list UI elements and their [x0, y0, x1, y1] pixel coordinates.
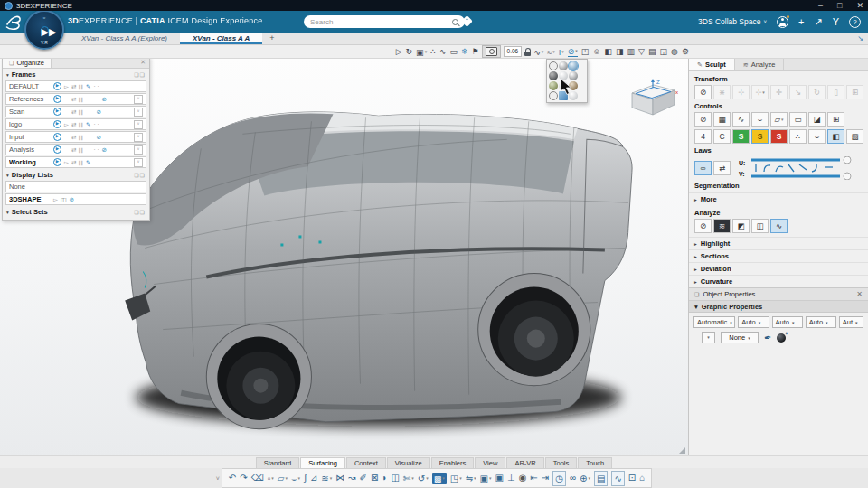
section-sections[interactable]: ▸ Sections — [689, 249, 868, 262]
ribbon-tab-view[interactable]: View — [475, 457, 505, 468]
graphic-dropdown[interactable]: Automatic — [693, 316, 735, 328]
freeform-icon[interactable]: ✐ — [360, 473, 367, 483]
pick-filter-icon[interactable]: ⚑ — [471, 47, 478, 56]
ribbon-tab-touch[interactable]: Touch — [578, 457, 612, 468]
frame-option-box[interactable] — [134, 108, 143, 117]
trap-select-icon[interactable]: ▭ — [449, 47, 458, 56]
frame-row[interactable]: Working — [5, 156, 146, 168]
mesh-check-icon[interactable]: ◫ — [751, 219, 769, 233]
axis-move-icon[interactable]: ⊹ — [732, 85, 750, 99]
plane-icon[interactable]: ▱ — [278, 473, 288, 484]
snapshot-camera-icon[interactable]: ◉ — [519, 473, 527, 483]
cursor-icon[interactable] — [64, 121, 69, 128]
resize-handle[interactable] — [679, 447, 685, 454]
minimize-button[interactable]: – — [818, 1, 823, 10]
style-olive-icon[interactable] — [549, 81, 558, 90]
first-frame-icon[interactable]: ⇤ — [530, 473, 537, 483]
frame-option-box[interactable] — [134, 95, 143, 104]
columns-icon[interactable] — [78, 134, 83, 141]
curve-snap-icon[interactable]: ∿ — [439, 47, 447, 56]
new-tab-button[interactable]: + — [262, 33, 281, 44]
point-snap-icon[interactable]: ∴ — [430, 47, 436, 56]
play-icon[interactable] — [53, 95, 61, 103]
help-button[interactable]: ? — [849, 16, 861, 28]
redo-icon[interactable]: ↷ — [240, 473, 247, 483]
play-icon[interactable] — [53, 120, 61, 128]
red-state-icon[interactable]: S — [770, 129, 788, 144]
pencil-icon[interactable] — [86, 83, 90, 90]
no-analysis-icon[interactable]: ⊘ — [694, 219, 712, 233]
eye-off-icon[interactable] — [69, 196, 73, 203]
frame-option-box[interactable] — [134, 145, 143, 155]
panel-close-icon[interactable]: ✕ — [137, 59, 149, 66]
graphic-dropdown[interactable]: Auto — [806, 316, 836, 328]
no-control-icon[interactable]: ⊘ — [694, 112, 712, 127]
selection-set-icon[interactable]: ▣ — [416, 47, 427, 57]
law-link-icon[interactable]: ∞ — [694, 161, 712, 175]
play-icon[interactable] — [53, 82, 61, 90]
play-icon[interactable] — [53, 145, 61, 154]
frame-option-box[interactable] — [134, 120, 143, 129]
measure-align-icon[interactable]: ⊥ — [507, 473, 515, 483]
close-icon[interactable]: ✕ — [856, 290, 863, 298]
settings-gear-icon[interactable]: ⚙ — [682, 47, 689, 56]
tangent-icon[interactable]: ⌣ — [808, 129, 826, 144]
frame-option-box[interactable] — [134, 158, 143, 167]
curve-points-icon[interactable]: ∿ — [732, 112, 750, 127]
ribbon-tab-tools[interactable]: Tools — [545, 457, 578, 468]
tab-analyze[interactable]: Analyze — [735, 59, 785, 70]
archive-icon[interactable]: ▤ — [594, 471, 608, 486]
columns-icon[interactable] — [78, 121, 83, 128]
display-list-row[interactable]: None — [5, 181, 146, 192]
law-slider-icon[interactable]: ⇄ — [713, 161, 731, 175]
pencil-icon[interactable] — [86, 159, 90, 166]
ribbon-tab-context[interactable]: Context — [346, 457, 386, 468]
columns-icon[interactable] — [78, 108, 83, 116]
link-icon[interactable] — [71, 146, 75, 154]
half-space-icon[interactable]: ◫ — [391, 473, 399, 483]
ambience-icon[interactable]: ☺ — [592, 47, 600, 56]
frame-row[interactable]: References · · — [5, 93, 146, 105]
mini-dropdown[interactable]: ▾ — [702, 332, 715, 343]
frame-display-icon[interactable]: ◨ — [616, 47, 624, 56]
painter-sphere-icon[interactable] — [777, 333, 786, 343]
compass-play-button[interactable]: ʷ ▶ V.R — [24, 10, 64, 50]
play-icon[interactable] — [53, 158, 61, 166]
tab-xvan-explore[interactable]: XVan - Class A A (Explore) — [69, 33, 180, 44]
law-profile-strip[interactable] — [750, 156, 854, 180]
rotate-icon[interactable]: ↻ — [808, 85, 826, 99]
render-style-icon[interactable]: ⊘ — [568, 46, 578, 57]
knife-icon[interactable]: ✄ — [403, 473, 414, 484]
twist-icon[interactable]: ↺ — [418, 473, 429, 484]
ribbon-tab-standard[interactable]: Standard — [256, 457, 299, 468]
object-properties-bar[interactable]: Object Properties ✕ — [689, 287, 868, 301]
eye-off-icon[interactable] — [96, 134, 100, 141]
frame-row[interactable]: Input — [5, 131, 146, 143]
lock-icon[interactable] — [524, 52, 531, 56]
ribbon-tab-visualize[interactable]: Visualize — [387, 457, 430, 468]
share-button[interactable]: ↗ — [814, 16, 822, 27]
eye-off-icon[interactable] — [96, 108, 100, 116]
ribbon-tab-enablers[interactable]: Enablers — [431, 457, 475, 468]
hatch-icon[interactable]: ▨ — [846, 129, 863, 144]
select-tool-icon[interactable]: ▷ — [396, 47, 402, 56]
frames-section-header[interactable]: ▾ Frames ❏❏ — [3, 69, 149, 80]
yellow-state-icon[interactable]: S — [751, 129, 769, 144]
style-wire2-icon[interactable] — [549, 91, 558, 100]
mirror-icon[interactable]: ▯ — [827, 85, 844, 99]
maximize-button[interactable]: □ — [837, 1, 842, 10]
cursor-icon[interactable] — [64, 83, 69, 90]
section-deviation[interactable]: ▸ Deviation — [689, 262, 868, 275]
blend-surface-icon[interactable]: ≋ — [321, 473, 332, 484]
frame-row[interactable]: Scan — [5, 106, 146, 117]
duplicate-set-icons[interactable]: ❏❏ — [134, 209, 146, 215]
view-cube[interactable]: Z x — [627, 79, 679, 122]
section-curvature[interactable]: ▸ Curvature — [689, 275, 868, 287]
section-highlight[interactable]: ▸ Highlight — [689, 237, 868, 249]
curve-handle-icon[interactable]: ⌣ — [751, 112, 769, 127]
link-icon[interactable] — [71, 96, 75, 103]
undo-icon[interactable]: ↶ — [229, 473, 236, 483]
cursor-icon[interactable] — [64, 159, 69, 166]
control-frame-icon[interactable]: ⊠ — [371, 473, 378, 483]
capture-button[interactable] — [482, 45, 501, 58]
